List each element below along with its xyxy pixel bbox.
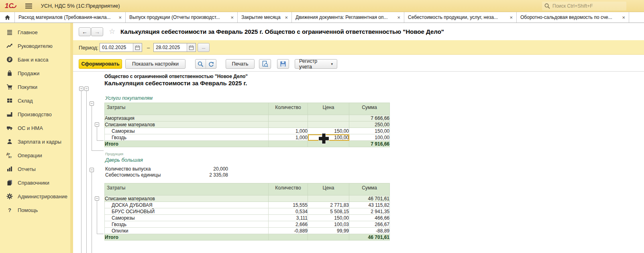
tab-oborotno-saldovaya[interactable]: Оборотно-сальдовая ведомость по сче... × [517,12,629,23]
cell-sum[interactable]: 7 916,66 [349,141,390,147]
sidebar-scrollbar[interactable] [70,23,73,253]
sidebar-item-otchety[interactable]: Отчеты [0,162,73,176]
column-header[interactable]: Количество [269,183,308,195]
cell-qty[interactable] [269,141,308,147]
sidebar-item-pomosch[interactable]: ? Помощь [0,203,73,217]
cell-price[interactable]: 2 771,83 [308,202,349,208]
print-preview-button[interactable] [259,59,271,69]
sidebar-item-pokupki[interactable]: Покупки [0,80,73,94]
sidebar-item-operacii[interactable]: ДтКт Операции [0,148,73,162]
selected-cell[interactable]: 100,00 [308,134,349,141]
sidebar-item-os-i-nma[interactable]: ОС и НМА [0,121,73,135]
find-next-button[interactable] [206,60,216,68]
generate-button[interactable]: Сформировать [79,59,122,69]
collapse-button[interactable]: − [90,168,94,172]
register-dropdown-button[interactable]: Регистр учета ▾ [295,59,337,69]
sidebar-item-prodazhi[interactable]: Продажи [0,66,73,80]
cell-qty[interactable]: 0,534 [269,208,308,215]
cell-sum[interactable]: 2 941,35 [349,208,390,215]
back-button[interactable]: ← [79,27,91,36]
cell-sum[interactable]: 466,66 [349,215,390,221]
cell-sum[interactable]: 46 701,61 [349,195,390,202]
calendar-icon[interactable] [133,43,142,51]
cell-price[interactable]: 5 508,15 [308,208,349,215]
cell-price[interactable]: 150,00 [308,215,349,221]
sidebar-item-spravochniki[interactable]: Справочники [0,176,73,189]
column-header[interactable]: Количество [269,103,308,115]
column-header[interactable]: Сумма [349,103,390,115]
close-icon[interactable]: × [285,15,288,20]
main-menu-icon[interactable] [25,4,32,8]
cell-sum[interactable]: 7 666,66 [349,115,390,121]
tab-sebestoimost-produkcii[interactable]: Себестоимость продукции, услуг, неза... … [404,12,517,23]
cell-qty[interactable]: 1,000 [269,134,308,141]
sidebar-item-sklad[interactable]: Склад [0,94,73,107]
cell-sum[interactable]: 266,67 [349,221,390,228]
sidebar-item-rukovoditelyu[interactable]: Руководителю [0,39,73,53]
column-header[interactable]: Затраты [105,183,269,195]
cell-label[interactable]: БРУС ОСИНОВЫЙ [105,208,269,215]
cell-label[interactable]: ДОСКА ДУБОВАЯ [105,202,269,208]
period-more-button[interactable]: ... [198,43,210,52]
collapse-button[interactable]: − [95,196,99,201]
sidebar-item-proizvodstvo[interactable]: Производство [0,107,73,121]
calendar-icon[interactable] [187,43,196,51]
tab-zakrytie-mesyaca[interactable]: Закрытие месяца × [238,12,292,23]
save-button[interactable] [277,59,289,69]
close-icon[interactable]: × [397,15,400,20]
cell-qty[interactable]: -0,889 [269,228,308,234]
close-icon[interactable]: × [118,15,122,20]
cell-label[interactable]: Итого [105,234,269,241]
cell-label[interactable]: Саморезы [105,128,269,134]
cell-sum[interactable]: 250,00 [349,121,390,128]
favorite-star-icon[interactable]: ☆ [109,27,115,36]
period-from-input[interactable] [100,43,133,51]
cell-price[interactable]: 100,03 [308,221,349,228]
column-header[interactable]: Цена [308,183,349,195]
cell-price[interactable] [308,195,349,202]
sidebar-item-administrirovanie[interactable]: Администрирование [0,189,73,203]
cell-sum[interactable]: -88,89 [349,228,390,234]
cell-qty[interactable] [269,234,308,241]
column-header[interactable]: Цена [308,103,349,115]
find-button[interactable] [196,60,206,68]
cell-price[interactable] [308,121,349,128]
cell-price[interactable]: 99,99 [308,228,349,234]
collapse-button[interactable]: − [84,86,89,91]
close-icon[interactable]: × [622,15,625,20]
cell-price[interactable] [308,115,349,121]
sidebar-item-bank-i-kassa[interactable]: Банк и касса [0,53,73,66]
cell-sum[interactable]: 46 701,61 [349,234,390,241]
cell-label[interactable]: Гвоздь [105,134,269,141]
cell-label[interactable]: Списание материалов [105,121,269,128]
column-header[interactable]: Сумма [349,183,390,195]
tab-rashod-materialov[interactable]: Расход материалов (Требования-накла... × [15,12,126,23]
cell-label[interactable]: Саморезы [105,215,269,221]
cell-qty[interactable] [269,121,308,128]
cell-price[interactable] [308,234,349,241]
cell-sum[interactable]: 150,00 [349,128,390,134]
cell-qty[interactable] [269,195,308,202]
collapse-button[interactable]: − [90,101,94,106]
tab-dvizheniya-dokumenta[interactable]: Движения документа: Регламентная оп... × [292,12,404,23]
global-search-input[interactable]: Поиск Ctrl+Shift+F [542,2,626,10]
cell-label[interactable]: Гвоздь [105,221,269,228]
close-icon[interactable]: × [230,15,234,20]
cell-sum[interactable]: 100,00 [349,134,390,141]
cell-label[interactable]: Опилки [105,228,269,234]
sidebar-item-glavnoe[interactable]: Главное [0,25,73,39]
print-button[interactable]: Печать [226,59,255,69]
home-tab[interactable] [0,12,15,23]
cell-qty[interactable]: 3,111 [269,215,308,221]
collapse-button[interactable]: − [79,86,84,91]
cell-qty[interactable]: 15,555 [269,202,308,208]
cell-label[interactable]: Амортизация [105,115,269,121]
cell-label[interactable]: Итого [105,141,269,147]
cell-qty[interactable]: 1,000 [269,128,308,134]
period-to-input[interactable] [154,43,187,51]
show-settings-button[interactable]: Показать настройки [125,59,185,69]
close-icon[interactable]: × [509,15,513,20]
collapse-button[interactable]: − [95,122,99,127]
tab-vypusk-produkcii[interactable]: Выпуск продукции (Отчеты производст... × [126,12,238,23]
cell-qty[interactable]: 2,666 [269,221,308,228]
